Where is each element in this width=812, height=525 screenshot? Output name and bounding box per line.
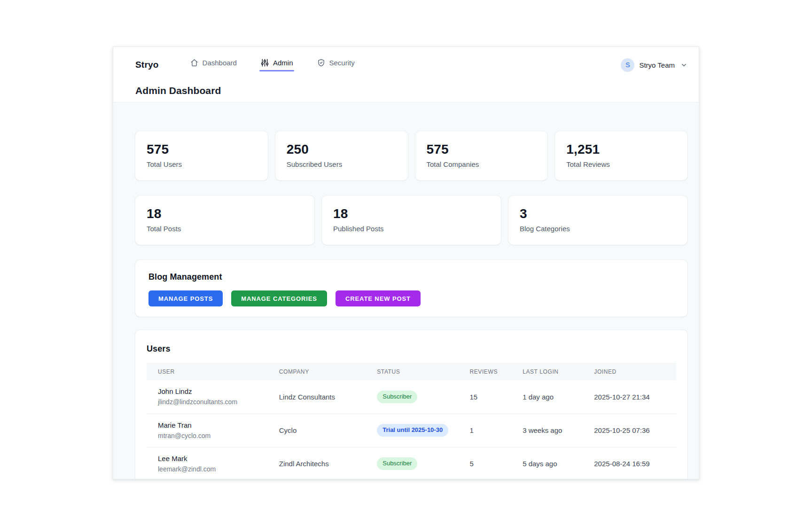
stat-label: Total Companies (427, 160, 537, 168)
stat-card-total-companies: 575 Total Companies (415, 131, 548, 180)
stat-label: Blog Categories (520, 225, 676, 233)
user-email-cell: leemark@zindl.com (158, 465, 275, 473)
brand-logo: Stryo (135, 60, 159, 70)
avatar: S (621, 58, 634, 72)
nav-item-label: Admin (273, 59, 293, 67)
reviews-cell: 5 (469, 447, 523, 479)
main-nav: Dashboard Admin (189, 56, 356, 73)
users-title: Users (147, 344, 676, 354)
status-badge: Trial until 2025-10-30 (377, 424, 448, 437)
stat-value: 18 (147, 206, 303, 221)
company-cell: Zindl Architechs (279, 447, 377, 479)
table-row[interactable]: Marie Tran mtran@cyclo.com Cyclo Trial u… (147, 414, 676, 447)
main-content: 575 Total Users 250 Subscribed Users 575… (113, 102, 699, 479)
users-panel: Users USER COMPANY STATUS REVIEWS LAST L… (135, 330, 687, 479)
company-cell: Lindz Consultants (279, 380, 377, 414)
nav-item-dashboard[interactable]: Dashboard (189, 56, 238, 71)
stat-label: Published Posts (333, 225, 490, 233)
stat-value: 1,251 (566, 142, 676, 157)
table-row[interactable]: Lee Mark leemark@zindl.com Zindl Archite… (147, 447, 676, 479)
column-header-status: STATUS (377, 363, 469, 380)
joined-cell: 2025-08-24 16:59 (594, 447, 676, 479)
stat-value: 3 (520, 206, 676, 221)
stat-card-subscribed-users: 250 Subscribed Users (275, 131, 408, 180)
column-header-reviews: REVIEWS (469, 363, 523, 380)
stat-card-published-posts: 18 Published Posts (322, 196, 501, 245)
blog-management-actions: MANAGE POSTS MANAGE CATEGORIES CREATE NE… (148, 290, 674, 306)
user-name-cell: John Lindz (158, 387, 275, 396)
nav-item-admin[interactable]: Admin (259, 56, 294, 71)
user-email-cell: mtran@cyclo.com (158, 432, 275, 440)
stat-label: Total Users (147, 160, 257, 168)
page-title: Admin Dashboard (135, 85, 687, 96)
sliders-icon (260, 58, 269, 67)
stat-label: Total Posts (147, 225, 303, 233)
last-login-cell: 3 weeks ago (523, 414, 594, 447)
top-nav: Stryo Dashboard (135, 56, 687, 73)
stat-card-total-posts: 18 Total Posts (135, 196, 314, 245)
user-menu[interactable]: S Stryo Team (621, 58, 687, 72)
stat-value: 18 (333, 206, 490, 221)
stats-row-1: 575 Total Users 250 Subscribed Users 575… (135, 131, 687, 180)
reviews-cell: 15 (469, 380, 523, 414)
shield-check-icon (317, 58, 326, 67)
table-header-row: USER COMPANY STATUS REVIEWS LAST LOGIN J… (147, 363, 676, 380)
stat-card-blog-categories: 3 Blog Categories (508, 196, 687, 245)
column-header-company: COMPANY (279, 363, 377, 380)
reviews-cell: 1 (469, 414, 523, 447)
stat-card-total-reviews: 1,251 Total Reviews (555, 131, 687, 180)
nav-item-label: Security (329, 59, 355, 67)
joined-cell: 2025-10-27 21:34 (594, 380, 676, 414)
users-table: USER COMPANY STATUS REVIEWS LAST LOGIN J… (147, 363, 676, 479)
joined-cell: 2025-10-25 07:36 (594, 414, 676, 447)
blog-management-title: Blog Management (148, 272, 674, 282)
nav-item-label: Dashboard (203, 59, 237, 67)
stat-card-total-users: 575 Total Users (135, 131, 268, 180)
user-name-cell: Marie Tran (158, 421, 275, 430)
stat-value: 575 (427, 142, 537, 157)
stat-label: Total Reviews (566, 160, 676, 168)
column-header-user: USER (147, 363, 279, 380)
company-cell: Cyclo (279, 414, 377, 447)
stats-row-2: 18 Total Posts 18 Published Posts 3 Blog… (135, 196, 687, 245)
status-badge: Subscriber (377, 391, 417, 403)
user-menu-name: Stryo Team (639, 61, 675, 69)
table-row[interactable]: John Lindz jlindz@lindzconultants.com Li… (147, 380, 676, 414)
last-login-cell: 5 days ago (523, 447, 594, 479)
user-email-cell: jlindz@lindzconultants.com (158, 398, 275, 406)
blog-management-panel: Blog Management MANAGE POSTS MANAGE CATE… (135, 260, 687, 317)
app-window: Stryo Dashboard (113, 47, 699, 479)
column-header-last-login: LAST LOGIN (523, 363, 594, 380)
stat-value: 575 (147, 142, 257, 157)
user-name-cell: Lee Mark (158, 454, 275, 463)
chevron-down-icon (680, 62, 687, 69)
stat-label: Subscribed Users (287, 160, 397, 168)
manage-posts-button[interactable]: MANAGE POSTS (148, 290, 223, 306)
column-header-joined: JOINED (594, 363, 676, 380)
home-icon (190, 58, 199, 67)
manage-categories-button[interactable]: MANAGE CATEGORIES (231, 290, 327, 306)
last-login-cell: 1 day ago (523, 380, 594, 414)
create-new-post-button[interactable]: CREATE NEW POST (336, 290, 421, 306)
status-badge: Subscriber (377, 457, 417, 470)
stat-value: 250 (287, 142, 397, 157)
nav-item-security[interactable]: Security (316, 56, 356, 71)
header: Stryo Dashboard (113, 47, 699, 102)
